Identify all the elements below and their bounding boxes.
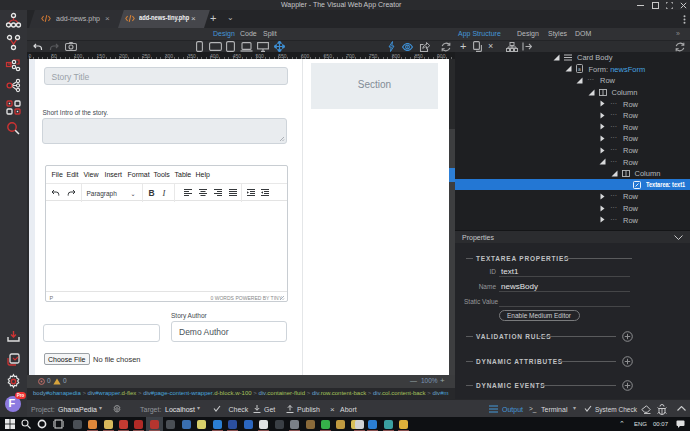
svg-text:a: a [578,66,581,72]
